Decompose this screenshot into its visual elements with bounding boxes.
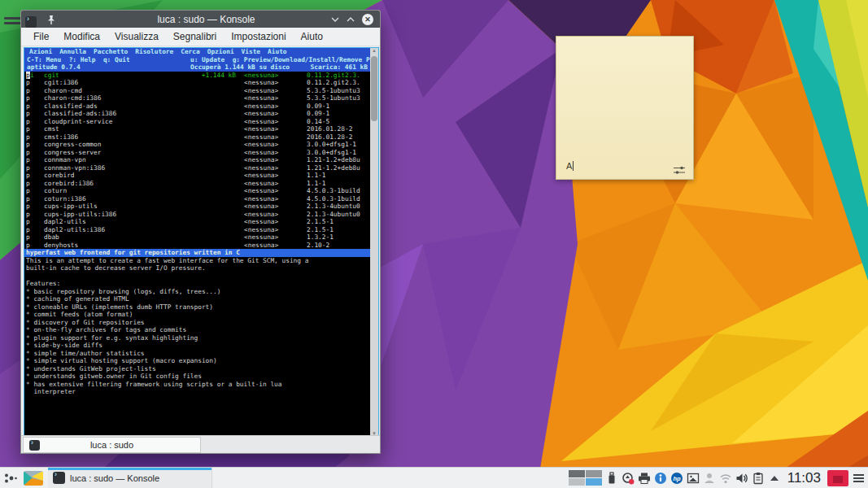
titlebar[interactable]: luca : sudo — Konsole ✕: [21, 11, 380, 28]
package-description: This is an attempt to create a fast web …: [24, 257, 370, 396]
description-line: * has extensive filtering framework usin…: [24, 381, 370, 389]
download-size: Scarica: 461 kB: [311, 63, 368, 72]
package-row[interactable]: p classified-ads <nessuna> 0.09-1: [24, 102, 370, 111]
description-line: * side-by-side diffs: [24, 342, 370, 350]
close-button[interactable]: ✕: [362, 14, 373, 25]
homepage-line: Homepage: http://git.zx2c4.com/cgit/: [24, 396, 370, 404]
task-konsole[interactable]: luca : sudo — Konsole: [48, 468, 212, 488]
aptitude-help-line: C-T: Menu ?: Help q: Quit u: Update g: P…: [24, 56, 370, 64]
description-line: * basic repository browsing (logs, diffs…: [24, 288, 370, 296]
menu-impostazioni[interactable]: Impostazioni: [224, 28, 293, 45]
package-row[interactable]: p dapl2-utils <nessuna> 2.1.5-1: [24, 218, 370, 226]
menu-segnalibri[interactable]: Segnalibri: [166, 28, 224, 45]
info-icon[interactable]: [654, 472, 667, 485]
package-row[interactable]: p corebird:i386 <nessuna> 1.1-1: [24, 180, 370, 188]
image-viewer-icon[interactable]: [687, 472, 700, 485]
note-text[interactable]: A: [566, 161, 574, 171]
menu-aiuto[interactable]: Aiuto: [294, 28, 330, 45]
description-line: * caching of generated HTML: [24, 295, 370, 303]
package-row[interactable]: p congress-common <nessuna> 3.0.0+dfsg1-…: [24, 141, 370, 149]
printer-icon[interactable]: [638, 472, 651, 485]
konsole-window: luca : sudo — Konsole ✕ File Modifica Vi…: [20, 10, 381, 454]
clock[interactable]: 11:03: [784, 470, 824, 486]
terminal-scrollbar[interactable]: ▲ ▼: [370, 48, 378, 436]
tray-expander-icon[interactable]: [768, 472, 781, 485]
wifi-icon[interactable]: [719, 472, 732, 485]
aptitude-menu-line: AzioniAnnullaPacchettoRisolutoreCercaOpz…: [24, 48, 370, 56]
description-header: hyperfast web frontend for git repositor…: [24, 249, 370, 257]
package-row[interactable]: p corebird <nessuna> 1.1-1: [24, 172, 370, 180]
terminal-screen[interactable]: AzioniAnnullaPacchettoRisolutoreCercaOpz…: [24, 48, 370, 436]
panel-menu-icon[interactable]: [852, 472, 865, 485]
disk-usage: Occuperà 1.144 kB su disco: [190, 63, 290, 72]
description-line: [24, 272, 370, 281]
terminal-area[interactable]: AzioniAnnullaPacchettoRisolutoreCercaOpz…: [24, 47, 379, 437]
menu-file[interactable]: File: [26, 28, 56, 45]
note-settings-icon[interactable]: [674, 163, 685, 172]
sticky-note[interactable]: A: [556, 36, 694, 180]
package-row[interactable]: p cups-ipp-utils:i386 <nessuna> 2.1.3-4u…: [24, 211, 370, 219]
aptitude-menu-item[interactable]: Annulla: [59, 48, 86, 55]
update-notifier-icon[interactable]: [622, 472, 635, 485]
volume-icon[interactable]: [735, 472, 748, 485]
package-row[interactable]: p dbab <nessuna> 1.3.2-1: [24, 233, 370, 242]
package-row[interactable]: p congress-server <nessuna> 3.0.0+dfsg1-…: [24, 149, 370, 157]
maximize-button[interactable]: [345, 14, 356, 25]
minimize-button[interactable]: [329, 14, 341, 25]
window-title: luca : sudo — Konsole: [33, 14, 380, 25]
tab-luca-sudo[interactable]: luca : sudo: [23, 437, 201, 453]
aptitude-menu-item[interactable]: Cerca: [181, 48, 199, 55]
app-launcher-button[interactable]: [0, 468, 21, 488]
aptitude-status-line: aptitude 0.7.4 Occuperà 1.144 kB su disc…: [24, 63, 370, 72]
package-row[interactable]: p cups-ipp-utils <nessuna> 2.1.3-4ubuntu…: [24, 203, 370, 211]
package-row[interactable]: p connman-vpn:i386 <nessuna> 1.21-1.2+de…: [24, 164, 370, 172]
package-row[interactable]: p dapl2-utils:i386 <nessuna> 2.1.5-1: [24, 226, 370, 234]
scrollbar-thumb[interactable]: [371, 56, 377, 121]
package-row[interactable]: p denyhosts <nessuna> 2.10-2: [24, 242, 370, 250]
menu-modifica[interactable]: Modifica: [56, 28, 107, 45]
aptitude-menu-item[interactable]: Azioni: [29, 48, 52, 55]
hp-device-icon[interactable]: hp: [670, 472, 683, 485]
description-line: * simple time/author statistics: [24, 350, 370, 358]
description-line: * on-the-fly archives for tags and commi…: [24, 326, 370, 334]
text-cursor: [573, 161, 574, 171]
aptitude-menu-item[interactable]: Pacchetto: [94, 48, 128, 55]
package-row[interactable]: p coturn <nessuna> 4.5.0.3-1build: [24, 187, 370, 195]
konsole-tab-icon: [29, 440, 40, 451]
description-line: * understands gitweb.owner in Git config…: [24, 373, 370, 381]
aptitude-header: AzioniAnnullaPacchettoRisolutoreCercaOpz…: [24, 48, 370, 72]
menu-visualizza[interactable]: Visualizza: [107, 28, 166, 45]
package-row[interactable]: p classified-ads:i386 <nessuna> 0.09-1: [24, 110, 370, 118]
description-line: * plugin support for e.g. syntax highlig…: [24, 334, 370, 342]
aptitude-menu-item[interactable]: Opzioni: [207, 48, 234, 55]
clipboard-icon[interactable]: [752, 472, 765, 485]
package-list: p cgit:i386 <nessuna> 0.11.2.git2.3. p c…: [24, 79, 370, 249]
description-line: * simple virtual hosting support (macro …: [24, 357, 370, 365]
package-row-selected[interactable]: pi cgit+1.144 kB <nessuna> 0.11.2.git2.3…: [24, 72, 370, 80]
aptitude-version: aptitude 0.7.4: [27, 63, 81, 72]
description-line: built-in cache to decrease server I/O pr…: [24, 264, 370, 272]
package-row[interactable]: p cmst <nessuna> 2016.01.28-2: [24, 125, 370, 133]
konsole-icon: [25, 16, 37, 28]
description-line: * commit feeds (atom format): [24, 311, 370, 319]
device-notifier-icon[interactable]: [605, 472, 618, 485]
virtual-desktop-pager[interactable]: [569, 470, 602, 486]
aptitude-menu-item[interactable]: Risolutore: [135, 48, 173, 55]
red-folder-icon[interactable]: [827, 470, 848, 486]
package-row[interactable]: p cloudprint-service <nessuna> 0.14-5: [24, 118, 370, 126]
package-row[interactable]: p coturn:i386 <nessuna> 4.5.0.3-1build: [24, 195, 370, 203]
package-row[interactable]: p charon-cmd:i386 <nessuna> 5.3.5-1ubunt…: [24, 94, 370, 102]
scroll-up-icon[interactable]: ▲: [370, 48, 378, 53]
system-tray: hp 11:03: [569, 468, 868, 488]
pin-icon[interactable]: [46, 14, 56, 28]
package-row[interactable]: p cmst:i386 <nessuna> 2016.01.28-2: [24, 133, 370, 142]
package-row[interactable]: p connman-vpn <nessuna> 1.21-1.2+deb8u: [24, 156, 370, 164]
svg-text:hp: hp: [673, 474, 681, 481]
package-row[interactable]: p cgit:i386 <nessuna> 0.11.2.git2.3.: [24, 79, 370, 87]
package-row[interactable]: p charon-cmd <nessuna> 5.3.5-1ubuntu3: [24, 87, 370, 95]
user-switch-icon[interactable]: [703, 472, 716, 485]
description-line: This is an attempt to create a fast web …: [24, 257, 370, 265]
aptitude-menu-item[interactable]: Viste: [242, 48, 260, 55]
desktop-preview-button[interactable]: [24, 471, 43, 486]
aptitude-menu-item[interactable]: Aiuto: [268, 48, 286, 55]
